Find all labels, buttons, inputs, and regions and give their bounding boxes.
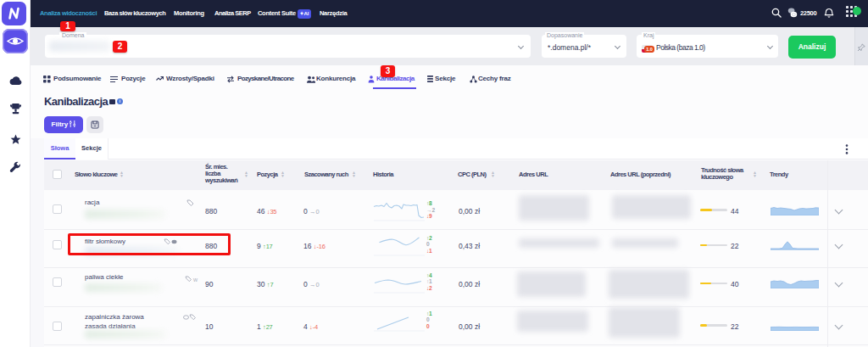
svg-text:w: w [192, 277, 198, 283]
